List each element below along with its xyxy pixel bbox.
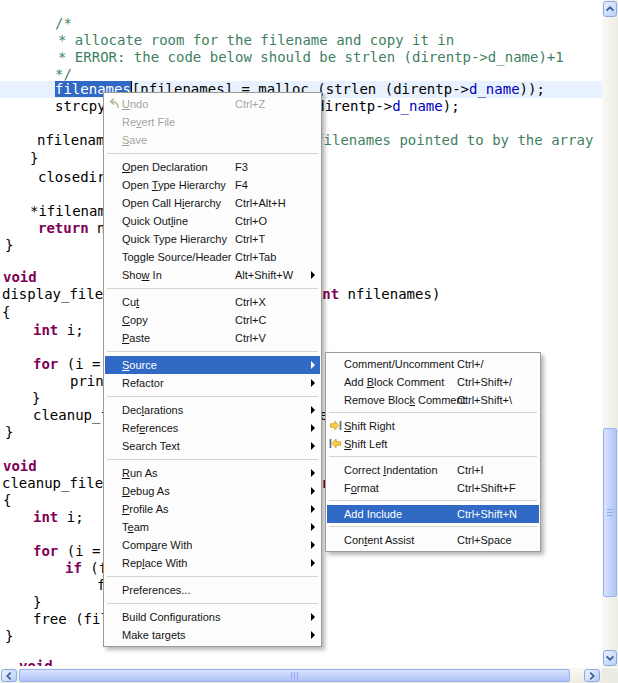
code-token: { (2, 304, 10, 320)
scroll-down-button[interactable] (603, 650, 617, 666)
menu-item-label: Team (122, 521, 149, 533)
compare-with-menu-item[interactable]: Compare With (105, 536, 320, 554)
menu-item-label: Cut (122, 296, 139, 308)
code-line: int i; (33, 322, 84, 339)
scroll-left-button[interactable] (1, 669, 17, 682)
chevron-down-icon (604, 652, 616, 664)
horizontal-scrollbar[interactable] (0, 668, 602, 683)
menu-item-shortcut: Ctrl+T (235, 230, 265, 248)
menu-item-label: Copy (122, 314, 148, 326)
remove-block-comment-menu-item[interactable]: Remove Block CommentCtrl+Shift+\ (327, 391, 539, 409)
menu-separator (107, 396, 318, 397)
menu-item-label: Comment/Uncomment (344, 358, 454, 370)
chevron-left-icon (3, 670, 15, 682)
revert-file-menu-item: Revert File (105, 113, 320, 131)
quick-type-hierarchy-menu-item[interactable]: Quick Type HierarchyCtrl+T (105, 230, 320, 248)
make-targets-menu-item[interactable]: Make targets (105, 626, 320, 644)
refactor-menu-item[interactable]: Refactor (105, 374, 320, 392)
scroll-up-button[interactable] (603, 1, 617, 17)
menu-item-label: Quick Outline (122, 215, 188, 227)
content-assist-menu-item[interactable]: Content AssistCtrl+Space (327, 531, 539, 549)
profile-as-menu-item[interactable]: Profile As (105, 500, 320, 518)
menu-item-shortcut: Ctrl+Shift+F (457, 479, 516, 497)
code-line: void (19, 658, 53, 666)
debug-as-menu-item[interactable]: Debug As (105, 482, 320, 500)
format-menu-item[interactable]: FormatCtrl+Shift+F (327, 479, 539, 497)
chevron-right-icon (586, 670, 598, 682)
code-line: void (3, 458, 37, 475)
shift-left-icon (329, 437, 342, 450)
code-token: void (3, 458, 37, 474)
code-token: } (32, 390, 40, 406)
menu-item-shortcut: Ctrl+V (235, 329, 266, 347)
show-in-menu-item[interactable]: Show InAlt+Shift+W (105, 266, 320, 284)
menu-item-shortcut: Ctrl+/ (457, 355, 484, 373)
menu-separator (107, 459, 318, 460)
code-line: * allocate room for the filename and cop… (58, 32, 454, 49)
preferences-menu-item[interactable]: Preferences... (105, 581, 320, 599)
code-token: void (3, 269, 37, 285)
build-configurations-menu-item[interactable]: Build Configurations (105, 608, 320, 626)
code-line: } (32, 390, 40, 407)
code-token: return (38, 220, 89, 236)
menu-item-shortcut: Ctrl+Shift+\ (457, 391, 512, 409)
menu-item-shortcut: Alt+Shift+W (235, 266, 293, 284)
menu-item-label: Source (122, 359, 157, 371)
menu-item-label: Search Text (122, 440, 180, 452)
code-line: } (5, 628, 13, 645)
submenu-arrow-icon (311, 442, 315, 450)
paste-menu-item[interactable]: PasteCtrl+V (105, 329, 320, 347)
menu-item-label: Toggle Source/Header (122, 251, 231, 263)
menu-item-label: Refactor (122, 377, 164, 389)
code-token: int (33, 322, 58, 338)
menu-item-label: Compare With (122, 539, 192, 551)
references-menu-item[interactable]: References (105, 419, 320, 437)
open-type-hierarchy-menu-item[interactable]: Open Type HierarchyF4 (105, 176, 320, 194)
open-declaration-menu-item[interactable]: Open DeclarationF3 (105, 158, 320, 176)
code-line: { (2, 304, 10, 321)
add-block-comment-menu-item[interactable]: Add Block CommentCtrl+Shift+/ (327, 373, 539, 391)
scroll-right-button[interactable] (584, 669, 600, 682)
menu-item-label: Declarations (122, 404, 183, 416)
vertical-scrollbar-thumb[interactable] (603, 428, 617, 597)
toggle-source-header-menu-item[interactable]: Toggle Source/HeaderCtrl+Tab (105, 248, 320, 266)
submenu-arrow-icon (311, 271, 315, 279)
correct-indentation-menu-item[interactable]: Correct IndentationCtrl+I (327, 461, 539, 479)
cut-menu-item[interactable]: CutCtrl+X (105, 293, 320, 311)
code-line: /* (55, 15, 72, 32)
menu-item-label: Debug As (122, 485, 170, 497)
copy-menu-item[interactable]: CopyCtrl+C (105, 311, 320, 329)
team-menu-item[interactable]: Team (105, 518, 320, 536)
code-token: )); (520, 81, 545, 97)
horizontal-scrollbar-thumb[interactable] (19, 669, 570, 682)
menu-item-label: Content Assist (344, 534, 414, 546)
open-call-hierarchy-menu-item[interactable]: Open Call HierarchyCtrl+Alt+H (105, 194, 320, 212)
code-token: * allocate room for the filename and cop… (58, 32, 454, 48)
menu-item-label: Open Type Hierarchy (122, 179, 226, 191)
quick-outline-menu-item[interactable]: Quick OutlineCtrl+O (105, 212, 320, 230)
menu-item-shortcut: F3 (235, 158, 248, 176)
menu-item-label: Run As (122, 467, 157, 479)
code-token: for (33, 356, 58, 372)
shift-right-menu-item[interactable]: Shift Right (327, 417, 539, 435)
code-token: } (5, 237, 13, 253)
add-include-menu-item[interactable]: Add IncludeCtrl+Shift+N (327, 505, 539, 523)
declarations-menu-item[interactable]: Declarations (105, 401, 320, 419)
source-menu-item[interactable]: Source (105, 356, 320, 374)
comment-uncomment-menu-item[interactable]: Comment/UncommentCtrl+/ (327, 355, 539, 373)
search-text-menu-item[interactable]: Search Text (105, 437, 320, 455)
menu-item-shortcut: Ctrl+O (235, 212, 267, 230)
menu-item-label: Profile As (122, 503, 168, 515)
menu-separator (107, 576, 318, 577)
vertical-scrollbar[interactable] (602, 0, 618, 667)
code-line: int i; (33, 509, 84, 526)
menu-item-shortcut: Ctrl+C (235, 311, 266, 329)
menu-separator (107, 603, 318, 604)
replace-with-menu-item[interactable]: Replace With (105, 554, 320, 572)
submenu-arrow-icon (311, 487, 315, 495)
scrollbar-corner (602, 668, 618, 683)
submenu-arrow-icon (311, 469, 315, 477)
shift-left-menu-item[interactable]: Shift Left (327, 435, 539, 453)
menu-separator (329, 526, 537, 527)
run-as-menu-item[interactable]: Run As (105, 464, 320, 482)
